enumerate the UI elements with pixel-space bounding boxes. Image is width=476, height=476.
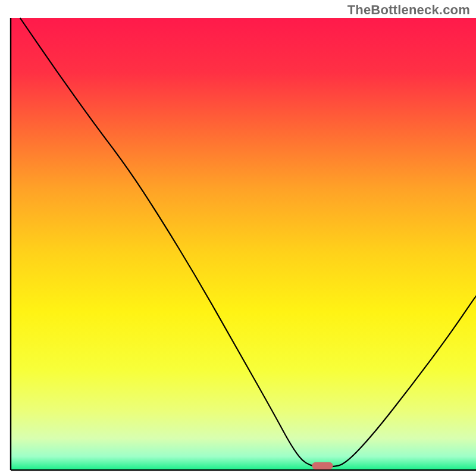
bottleneck-chart (0, 0, 476, 476)
optimal-marker (312, 462, 333, 469)
chart-frame: TheBottleneck.com (0, 0, 476, 476)
watermark-label: TheBottleneck.com (347, 2, 470, 18)
plot-background (11, 18, 476, 470)
